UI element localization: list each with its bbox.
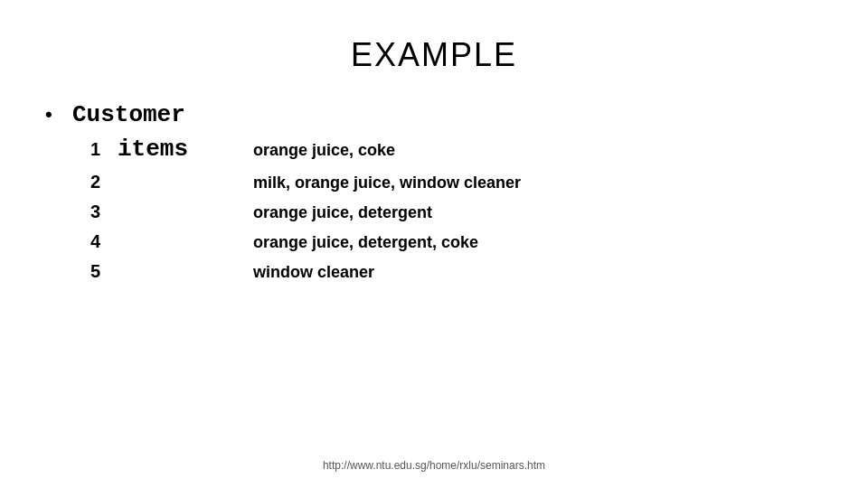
data-rows: 1 items orange juice, coke 2 milk, orang… xyxy=(45,132,868,282)
bullet-customer-row: • Customer xyxy=(45,101,868,128)
bullet-symbol: • xyxy=(45,103,72,127)
content-area: • Customer 1 items orange juice, coke 2 … xyxy=(0,92,868,282)
row-number-3: 3 xyxy=(90,202,118,222)
bullet-customer-label: Customer xyxy=(72,101,235,128)
table-row: 5 window cleaner xyxy=(90,261,868,282)
row-number-4: 4 xyxy=(90,231,118,252)
row-value-3: orange juice, detergent xyxy=(253,203,432,222)
table-row: 4 orange juice, detergent, coke xyxy=(90,231,868,252)
page-title: EXAMPLE xyxy=(0,0,868,92)
row-number-5: 5 xyxy=(90,261,118,282)
row-value-2: milk, orange juice, window cleaner xyxy=(253,174,521,192)
row-number-1: 1 xyxy=(90,139,118,160)
row-number-2: 2 xyxy=(90,172,118,192)
footer-url: http://www.ntu.edu.sg/home/rxlu/seminars… xyxy=(323,459,545,472)
table-row: 2 milk, orange juice, window cleaner xyxy=(90,172,868,192)
row-sublabel: items xyxy=(118,136,253,163)
table-row: 3 orange juice, detergent xyxy=(90,202,868,222)
table-row: 1 items orange juice, coke xyxy=(90,136,868,163)
row-value-1: orange juice, coke xyxy=(253,141,395,160)
row-value-5: window cleaner xyxy=(253,263,374,282)
row-value-4: orange juice, detergent, coke xyxy=(253,233,478,252)
